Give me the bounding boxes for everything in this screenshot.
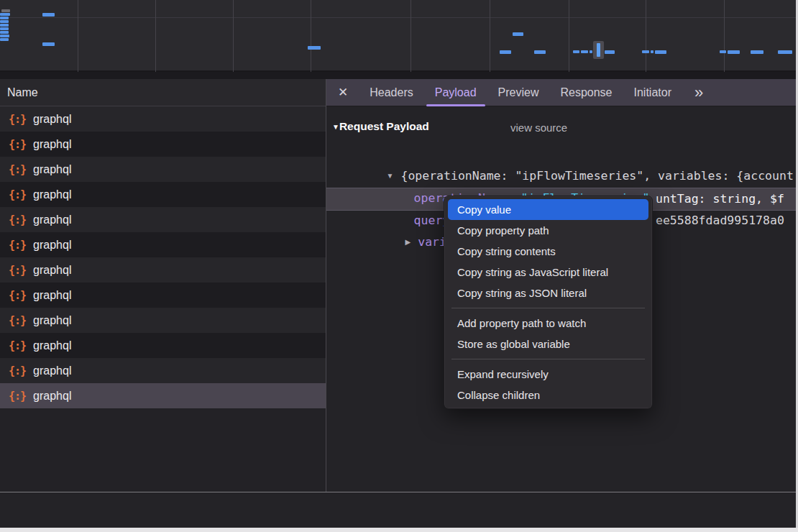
timeline-gridline [0,17,798,18]
timeline-request-bar [642,50,649,53]
request-name-label: graphql [33,339,71,352]
menu-item-copy-string-as-javascript-literal[interactable]: Copy string as JavaScript literal [448,262,648,283]
request-name-label: graphql [33,113,71,126]
request-row[interactable]: {:}graphql [0,232,326,257]
timeline-request-bar [651,50,653,53]
request-row[interactable]: {:}graphql [0,308,326,333]
fetch-json-icon: {:} [9,163,26,176]
timeline-request-bar [0,20,9,23]
timeline-bottom-strip [0,72,798,79]
close-icon[interactable]: ✕ [338,79,348,106]
variables-preview-clipped: ee5588fdad995178a0 [656,210,784,231]
fetch-json-icon: {:} [9,289,26,302]
inspector-tab-bar: ✕ HeadersPayloadPreviewResponseInitiator… [326,79,796,106]
request-name-label: graphql [33,314,71,327]
timeline-request-bar [534,50,546,54]
request-rows: {:}graphql{:}graphql{:}graphql{:}graphql… [0,106,326,408]
more-tabs-icon[interactable]: » [694,79,703,106]
devtools-window: Name {:}graphql{:}graphql{:}graphql{:}gr… [0,0,798,532]
request-row[interactable]: {:}graphql [0,132,326,157]
request-name-label: graphql [33,214,71,226]
timeline-gridline [155,0,156,72]
timeline-request-bar [42,42,55,46]
timeline-gridline [724,0,725,72]
timeline-request-bar [308,46,321,50]
request-payload-section-header[interactable]: ▼Request Payload [332,120,429,133]
timeline-request-bar [605,50,615,54]
timeline-gridline [569,0,569,72]
timeline-request-bar [500,50,511,54]
fetch-json-icon: {:} [9,138,26,151]
tab-preview[interactable]: Preview [498,79,539,106]
menu-item-copy-property-path[interactable]: Copy property path [448,220,648,241]
tab-initiator[interactable]: Initiator [634,79,671,106]
request-row[interactable]: {:}graphql [0,207,326,232]
timeline-request-bar [655,50,666,54]
request-row[interactable]: {:}graphql [0,333,326,358]
menu-item-store-as-global-variable[interactable]: Store as global variable [448,334,648,354]
menu-item-copy-string-contents[interactable]: Copy string contents [448,241,648,262]
request-name-label: graphql [33,188,71,201]
timeline-request-bar [42,13,55,17]
timeline-request-bar [1,9,10,12]
timeline-gridline [646,0,646,72]
fetch-json-icon: {:} [9,188,26,201]
request-row[interactable]: {:}graphql [0,157,326,182]
window-edge [0,528,798,532]
menu-item-expand-recursively[interactable]: Expand recursively [448,364,648,385]
request-name-label: graphql [33,289,71,302]
timeline-request-bar [728,50,740,54]
menu-item-copy-string-as-json-literal[interactable]: Copy string as JSON literal [448,283,648,303]
view-source-link[interactable]: view source [510,121,567,134]
menu-item-add-property-path-to-watch[interactable]: Add property path to watch [448,313,648,334]
fetch-json-icon: {:} [9,214,26,226]
query-value-clipped: untTag: string, $f [656,188,784,210]
collapse-triangle-icon[interactable]: ▼ [332,123,339,131]
tab-payload[interactable]: Payload [435,79,477,106]
timeline-request-bar [573,50,579,53]
fetch-json-icon: {:} [9,314,26,327]
timeline-gridline [490,0,490,72]
timeline-request-bar [0,31,9,34]
timeline-gridline [311,0,311,72]
timeline-request-bar [0,35,9,37]
network-request-list: Name {:}graphql{:}graphql{:}graphql{:}gr… [0,79,326,528]
menu-item-copy-value[interactable]: Copy value [448,199,648,220]
timeline-request-bar [0,17,9,19]
request-name-label: graphql [33,364,71,377]
operation-name-row[interactable]: operationName: "ipFlowTimeseries" [371,166,649,188]
fetch-json-icon: {:} [9,113,26,126]
menu-separator [451,308,645,308]
request-row[interactable]: {:}graphql [0,358,326,383]
request-row[interactable]: {:}graphql [0,106,326,132]
request-name-label: graphql [33,264,71,277]
timeline-request-bar [513,32,523,36]
timeline-request-bar [0,38,9,41]
timeline-request-bar [0,27,9,30]
name-column-header[interactable]: Name [0,79,326,106]
footer-bar [0,492,796,528]
request-name-label: graphql [33,138,71,151]
request-row[interactable]: {:}graphql [0,257,326,283]
request-row[interactable]: {:}graphql [0,283,326,308]
request-row[interactable]: {:}graphql [0,383,326,408]
request-row[interactable]: {:}graphql [0,182,326,207]
tab-response[interactable]: Response [560,79,612,106]
fetch-json-icon: {:} [9,264,26,277]
request-name-label: graphql [33,390,71,403]
request-name-label: graphql [33,163,71,176]
timeline-gridline [233,0,234,72]
tab-headers[interactable]: Headers [370,79,413,106]
section-title: Request Payload [339,120,429,132]
fetch-json-icon: {:} [9,239,26,252]
timeline-request-bar [778,50,792,54]
timeline-request-bar [751,50,763,54]
timeline-request-bar [720,50,726,53]
fetch-json-icon: {:} [9,364,26,377]
timeline-request-bar [597,43,600,57]
menu-item-collapse-children[interactable]: Collapse children [448,385,648,405]
network-overview-timeline[interactable] [0,0,798,72]
timeline-request-bar [0,13,10,16]
payload-root-row[interactable]: ▼ {operationName: "ipFlowTimeseries", va… [344,144,794,165]
menu-separator [451,359,645,359]
